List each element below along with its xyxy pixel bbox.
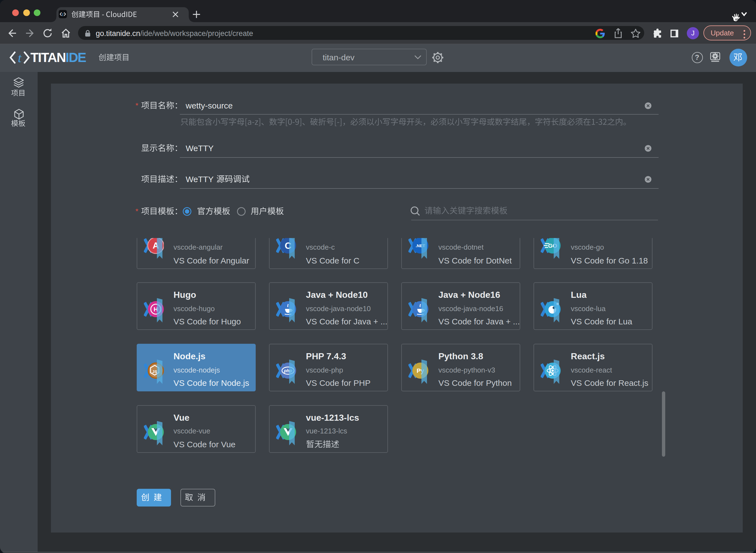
svg-text:t: t: [18, 51, 22, 64]
svg-text:JS: JS: [152, 369, 157, 374]
svg-text:t: t: [62, 11, 63, 17]
